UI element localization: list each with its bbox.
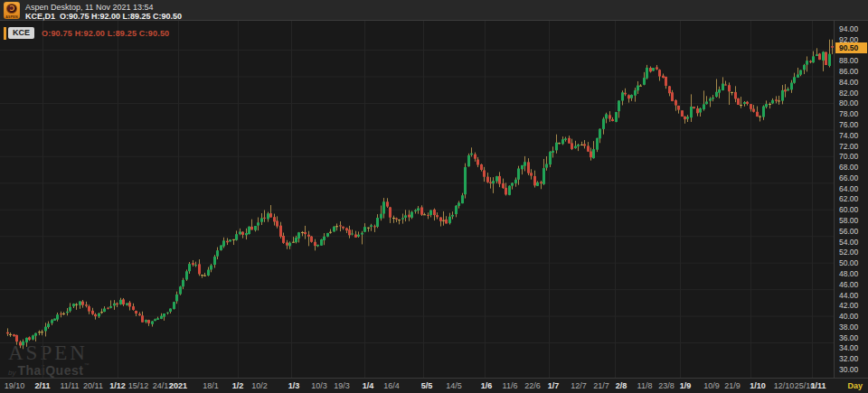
candle-body [740,105,742,106]
candle-body [816,54,818,56]
candle-body [226,241,229,243]
candle-body [677,106,680,110]
date-tick-label: 1/4 [363,381,374,390]
candle-body [483,170,486,176]
candle-body [675,100,677,106]
symbol-legend-row: KCE O:90.75 H:92.00 L:89.25 C:90.50 [4,26,169,40]
candle-body [558,143,561,144]
price-tick-label: 70.00 [839,152,858,161]
price-tick-label: 30.00 [839,365,858,374]
candle-body [151,321,154,323]
candle-body [235,234,238,240]
candle-body [684,117,686,119]
candle-body [297,232,300,239]
candle-body [94,314,97,316]
candle-body [22,342,24,345]
candle-body [436,215,439,217]
price-tick-label: 64.00 [839,184,858,193]
symbol-tab[interactable]: KCE [8,27,34,40]
price-tick-label: 80.00 [839,98,858,108]
date-tick-label: 1/2 [232,381,244,390]
candle-body [658,70,661,76]
candle-body [363,227,366,232]
date-tick-label: 11/8 [637,381,653,390]
date-tick-label: 19/10 [5,381,25,390]
candle-body [273,217,276,221]
candle-body [583,144,586,145]
candle-body [724,85,727,86]
candle-body [831,46,834,47]
candle-body [699,108,702,112]
candle-body [310,237,313,242]
candle-body [527,162,530,173]
candle-body [295,238,297,242]
chart-canvas[interactable] [0,21,834,378]
candle-body [32,335,34,339]
candle-body [495,176,498,182]
candle-body [269,213,272,217]
candle-body [448,217,451,223]
candle-body [806,61,808,64]
candle-body [220,246,222,250]
candle-body [257,222,259,225]
interval-badge[interactable]: Day [847,381,863,390]
candle-body [690,107,693,117]
candle-body [345,228,348,230]
candle-body [731,92,733,93]
candle-body [611,119,614,121]
candle-body [47,323,50,327]
candle-body [122,299,125,304]
candle-body [643,78,646,85]
candle-body [752,109,755,112]
candle-body [370,225,373,227]
candle-body [113,304,116,306]
date-tick-label: 16/4 [383,381,400,390]
date-tick-label: 1/9 [680,381,692,390]
date-axis[interactable]: Day 19/102/1111/1120/111/1215/1224/12202… [0,378,868,393]
candle-body [229,239,231,241]
candle-body [6,332,9,334]
candle-body [138,313,141,315]
candle-body [335,226,338,227]
candle-body [590,152,592,158]
price-tick-label: 94.00 [839,24,858,33]
price-tick-label: 66.00 [839,173,858,182]
candle-body [19,342,22,346]
candle-body [464,167,467,194]
candle-body [750,104,752,109]
candle-body [502,183,505,188]
candle-body [746,102,749,104]
date-tick-label: 20/11 [83,381,103,390]
candle-body [545,164,548,167]
price-axis[interactable]: 94.0092.0088.0086.0084.0082.0080.0078.00… [834,21,868,378]
candle-body [652,68,655,70]
candle-body [192,263,194,265]
candle-body [587,145,590,151]
candle-body [498,176,501,184]
price-tick-label: 34.00 [839,343,858,352]
candle-body [326,233,329,237]
candle-body [395,218,398,219]
price-tick-label: 84.00 [839,78,858,87]
candle-body [169,309,172,312]
candle-body [564,138,567,140]
price-tick-label: 58.00 [839,216,858,225]
candle-body [339,225,342,226]
candle-body [408,215,410,218]
candle-body [107,308,109,309]
candle-body [778,100,780,101]
date-tick-label: 1/6 [481,381,493,390]
aspen-desktop-window: ASPEN Aspen Desktop, 11 Nov 2021 13:54 K… [0,0,868,393]
candle-body [656,67,658,69]
candle-body [605,114,608,118]
date-tick-label: 10/2 [251,381,268,390]
candle-body [132,306,135,310]
date-tick-label: 22/6 [524,381,541,390]
candle-body [762,107,765,117]
date-tick-label: 10/9 [703,381,720,390]
candlestick-chart[interactable]: ASPEN byThaiQuest™ KCE O:90.75 H:92.00 L… [0,21,834,378]
candle-body [382,201,385,213]
candle-body [145,320,147,322]
candle-body [524,162,526,165]
candle-body [333,227,335,232]
